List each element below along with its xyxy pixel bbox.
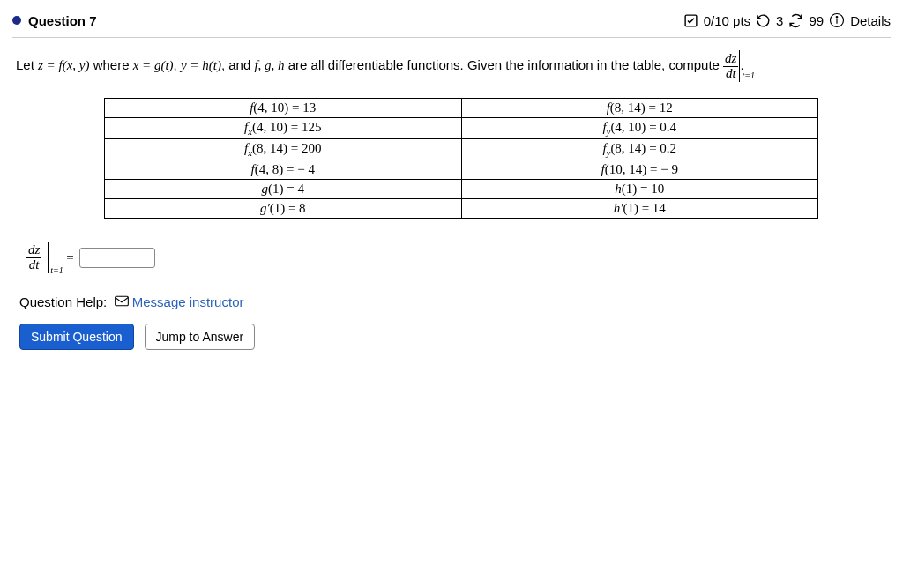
question-header: Question 7 0/10 pts 3 99 Details bbox=[12, 9, 891, 38]
prompt-text: , bbox=[174, 57, 181, 72]
status-bullet-icon bbox=[12, 16, 21, 25]
table-row: fx(4, 10) = 125fy(4, 10) = 0.4 bbox=[105, 118, 818, 139]
values-table: f(4, 10) = 13f(8, 14) = 12fx(4, 10) = 12… bbox=[104, 98, 818, 219]
prompt-text: , and bbox=[221, 57, 255, 72]
table-row: f(4, 10) = 13f(8, 14) = 12 bbox=[105, 99, 818, 118]
refresh-icon bbox=[788, 13, 803, 28]
eval-subscript: t=1 bbox=[50, 265, 63, 275]
message-instructor-link[interactable]: Message instructor bbox=[132, 294, 244, 309]
math-dzdt-fraction: dz dt bbox=[26, 243, 41, 272]
answer-input[interactable] bbox=[79, 248, 155, 268]
math-fgh: f, g, h bbox=[254, 58, 284, 72]
math-y-eq-ht: y = h(t) bbox=[181, 58, 221, 72]
help-label: Question Help: bbox=[19, 294, 107, 309]
retries-count: 99 bbox=[809, 13, 824, 28]
equals-sign: = bbox=[66, 250, 73, 265]
checkbox-icon bbox=[683, 13, 698, 28]
submit-question-button[interactable]: Submit Question bbox=[19, 324, 134, 350]
prompt-text: are all differentiable functions. Given … bbox=[285, 57, 724, 72]
fraction-denominator: dt bbox=[26, 258, 41, 272]
table-cell: g(1) = 4 bbox=[105, 180, 462, 199]
table-cell: g′(1) = 8 bbox=[105, 199, 462, 219]
table-cell: f(10, 14) = − 9 bbox=[461, 160, 818, 180]
svg-rect-4 bbox=[115, 296, 128, 306]
help-row: Question Help: Message instructor bbox=[19, 294, 887, 309]
question-prompt: Let z = f(x, y) where x = g(t), y = h(t)… bbox=[16, 50, 887, 82]
table-cell: h(1) = 10 bbox=[461, 180, 818, 199]
fraction-numerator: dz bbox=[723, 52, 738, 67]
table-row: f(4, 8) = − 4f(10, 14) = − 9 bbox=[105, 160, 818, 180]
fraction-numerator: dz bbox=[26, 243, 41, 258]
math-x-eq-gt: x = g(t) bbox=[133, 58, 174, 72]
question-title: Question 7 bbox=[28, 13, 97, 28]
score-text: 0/10 pts bbox=[704, 13, 750, 28]
table-row: g(1) = 4h(1) = 10 bbox=[105, 180, 818, 199]
prompt-text: Let bbox=[16, 57, 38, 72]
undo-icon bbox=[756, 13, 771, 28]
button-row: Submit Question Jump to Answer bbox=[19, 324, 887, 350]
svg-point-3 bbox=[836, 17, 838, 19]
jump-to-answer-button[interactable]: Jump to Answer bbox=[145, 324, 256, 350]
question-body: Let z = f(x, y) where x = g(t), y = h(t)… bbox=[12, 38, 891, 354]
table-cell: f(4, 10) = 13 bbox=[105, 99, 462, 118]
math-z-eq-fxy: z = f(x, y) bbox=[38, 58, 89, 72]
table-cell: f(8, 14) = 12 bbox=[461, 99, 818, 118]
prompt-text: where bbox=[89, 57, 132, 72]
table-cell: fy(4, 10) = 0.4 bbox=[461, 118, 818, 139]
table-cell: fy(8, 14) = 0.2 bbox=[461, 139, 818, 160]
mail-icon bbox=[115, 295, 129, 307]
table-row: fx(8, 14) = 200fy(8, 14) = 0.2 bbox=[105, 139, 818, 160]
fraction-denominator: dt bbox=[723, 67, 738, 81]
info-icon[interactable] bbox=[829, 12, 845, 28]
math-dzdt-fraction: dz dt bbox=[723, 52, 738, 81]
table-cell: f(4, 8) = − 4 bbox=[105, 160, 462, 180]
table-cell: h′(1) = 14 bbox=[461, 199, 818, 219]
attempts-left: 3 bbox=[776, 13, 783, 28]
eval-bar-icon: t=1 bbox=[739, 50, 740, 82]
eval-subscript: t=1 bbox=[742, 68, 755, 84]
eval-bar-icon: t=1 bbox=[48, 242, 49, 273]
answer-row: dz dt t=1 = bbox=[26, 242, 887, 273]
table-cell: fx(8, 14) = 200 bbox=[105, 139, 462, 160]
details-link[interactable]: Details bbox=[850, 13, 891, 28]
question-meta: 0/10 pts 3 99 Details bbox=[683, 12, 891, 28]
question-title-group: Question 7 bbox=[12, 13, 97, 28]
table-row: g′(1) = 8h′(1) = 14 bbox=[105, 199, 818, 219]
table-cell: fx(4, 10) = 125 bbox=[105, 118, 462, 139]
